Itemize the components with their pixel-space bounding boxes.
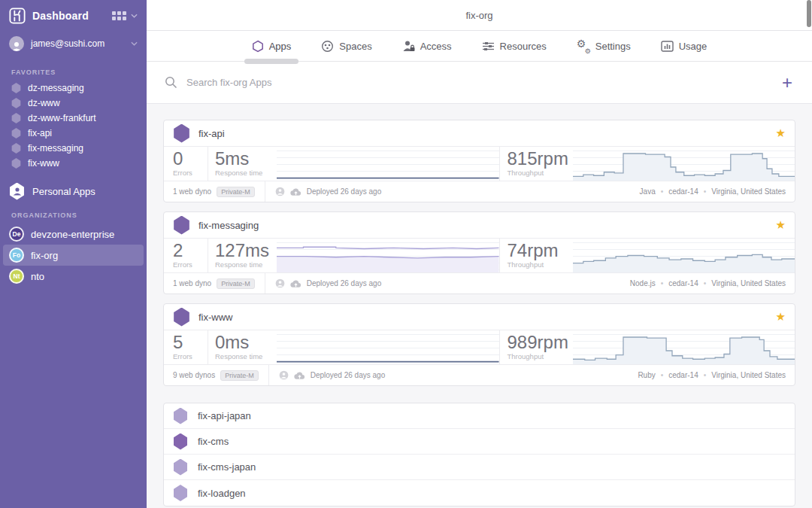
search-bar: +	[147, 62, 812, 104]
sidebar-item-fix-org[interactable]: Fo fix-org	[3, 245, 144, 266]
dyno-count: 1 web dyno	[173, 187, 211, 196]
active-tab-indicator	[244, 59, 299, 64]
sidebar: Dashboard james@sushi.com FAVORITES dz-m…	[0, 0, 147, 508]
deploy-cloud-icon	[294, 371, 305, 380]
stack-label: cedar-14	[668, 279, 698, 287]
deployer-avatar-icon	[275, 278, 285, 288]
tab-access[interactable]: Access	[402, 31, 452, 61]
response-value: 5ms	[215, 150, 277, 168]
deployer-avatar-icon	[279, 370, 289, 380]
footer-divider	[265, 273, 265, 294]
sidebar-item-nto[interactable]: Nt nto	[3, 266, 144, 287]
throughput-metric: 989rpm Throughput	[499, 330, 573, 364]
org-badge: Nt	[9, 269, 24, 284]
app-meta: Java • cedar-14 • Virginia, United State…	[640, 187, 786, 196]
sidebar-item-fix-messaging[interactable]: fix-messaging	[0, 141, 147, 156]
throughput-label: Throughput	[508, 352, 573, 360]
app-hexagon-icon	[173, 459, 188, 476]
response-label: Response time	[215, 352, 277, 360]
language-label: Node.js	[630, 279, 656, 287]
app-hexagon-icon	[11, 158, 21, 169]
errors-value: 5	[173, 333, 208, 351]
sidebar-item-personal-apps[interactable]: Personal Apps	[0, 180, 147, 202]
app-hexagon-icon	[11, 98, 21, 108]
errors-metric: 5 Errors	[164, 330, 208, 364]
sidebar-item-label: fix-messaging	[28, 143, 83, 154]
response-label: Response time	[215, 260, 277, 269]
app-row-fix-api-japan[interactable]: fix-api-japan	[164, 403, 795, 429]
dyno-count: 1 web dyno	[173, 279, 211, 287]
apps-content: fix-api ★ 0 Errors 5ms Response time	[147, 104, 812, 508]
throughput-label: Throughput	[508, 260, 573, 269]
app-hexagon-icon	[173, 433, 188, 450]
deploy-cloud-icon	[290, 279, 301, 288]
tab-spaces[interactable]: Spaces	[321, 31, 371, 61]
app-list: fix-api-japan fix-cms fix-cms-japan fix-…	[163, 403, 795, 506]
favorite-star-icon[interactable]: ★	[776, 126, 786, 140]
footer-divider	[268, 365, 269, 385]
app-name-link[interactable]: fix-messaging	[198, 220, 259, 231]
card-footer: 9 web dynos Private-M Deployed 26 days a…	[164, 365, 795, 385]
page-title: fix-org	[465, 10, 492, 21]
app-hexagon-icon	[173, 485, 188, 501]
org-name: devzone-enterprise	[31, 229, 114, 240]
tab-apps[interactable]: Apps	[252, 31, 292, 61]
throughput-metric: 815rpm Throughput	[499, 147, 573, 181]
heroku-logo-icon[interactable]	[9, 8, 26, 24]
language-label: Java	[640, 187, 656, 196]
sidebar-item-dz-messaging[interactable]: dz-messaging	[0, 81, 147, 96]
errors-value: 0	[173, 150, 208, 168]
app-hexagon-icon	[11, 128, 21, 138]
app-hexagon-icon	[173, 408, 188, 424]
sidebar-item-dz-www[interactable]: dz-www	[0, 96, 147, 111]
scrollbar-thumb[interactable]	[807, 0, 811, 27]
favorite-star-icon[interactable]: ★	[776, 310, 786, 324]
app-hexagon-icon	[173, 308, 190, 327]
create-app-button[interactable]: +	[780, 74, 794, 92]
app-card-fix-www: fix-www ★ 5 Errors 0ms Response time	[163, 303, 795, 386]
card-header: fix-messaging ★	[164, 212, 795, 239]
tab-usage[interactable]: Usage	[661, 31, 707, 61]
deploy-cloud-icon	[290, 187, 301, 196]
errors-metric: 0 Errors	[164, 147, 208, 181]
app-row-fix-cms[interactable]: fix-cms	[164, 429, 795, 455]
tab-label: Apps	[269, 41, 292, 52]
sidebar-item-fix-www[interactable]: fix-www	[0, 156, 147, 171]
errors-label: Errors	[173, 260, 208, 269]
org-nav-tabs: Apps Spaces Access Resources	[147, 31, 812, 62]
app-hexagon-icon	[173, 124, 190, 143]
tab-settings[interactable]: ⚙ ⚙ Settings	[577, 31, 631, 61]
tab-label: Resources	[500, 41, 547, 52]
tab-label: Settings	[595, 41, 631, 52]
sidebar-item-label: dz-messaging	[28, 83, 84, 93]
gear-icon: ⚙ ⚙	[577, 39, 590, 53]
response-label: Response time	[215, 169, 277, 177]
tab-label: Spaces	[339, 41, 371, 52]
app-row-fix-loadgen[interactable]: fix-loadgen	[164, 480, 795, 506]
card-header: fix-www ★	[164, 304, 795, 330]
app-name-link[interactable]: fix-www	[198, 312, 233, 323]
favorite-star-icon[interactable]: ★	[776, 218, 786, 232]
hexagon-icon	[252, 40, 264, 53]
org-badge: De	[9, 227, 24, 242]
search-input[interactable]	[186, 77, 780, 88]
tab-resources[interactable]: Resources	[482, 31, 547, 61]
org-name: fix-org	[31, 250, 58, 261]
brand-chevron-down-icon[interactable]	[131, 14, 138, 18]
errors-label: Errors	[173, 352, 208, 360]
app-name-link[interactable]: fix-api	[198, 128, 225, 139]
sidebar-item-label: dz-www-frankfurt	[28, 113, 96, 123]
sidebar-item-dz-www-frankfurt[interactable]: dz-www-frankfurt	[0, 111, 147, 126]
account-email: james@sushi.com	[31, 38, 105, 49]
app-row-fix-cms-japan[interactable]: fix-cms-japan	[164, 455, 795, 480]
org-badge: Fo	[9, 248, 24, 263]
sidebar-item-devzone-enterprise[interactable]: De devzone-enterprise	[3, 224, 144, 245]
account-chevron-down-icon	[131, 41, 138, 46]
dot-separator: •	[661, 371, 664, 379]
card-metrics: 5 Errors 0ms Response time 989rpm Throug…	[164, 330, 795, 365]
sidebar-item-fix-api[interactable]: fix-api	[0, 126, 147, 141]
app-card-fix-api: fix-api ★ 0 Errors 5ms Response time	[163, 120, 795, 202]
apps-grid-icon[interactable]	[112, 11, 126, 20]
account-switcher[interactable]: james@sushi.com	[0, 31, 147, 56]
brand-row: Dashboard	[0, 0, 147, 31]
